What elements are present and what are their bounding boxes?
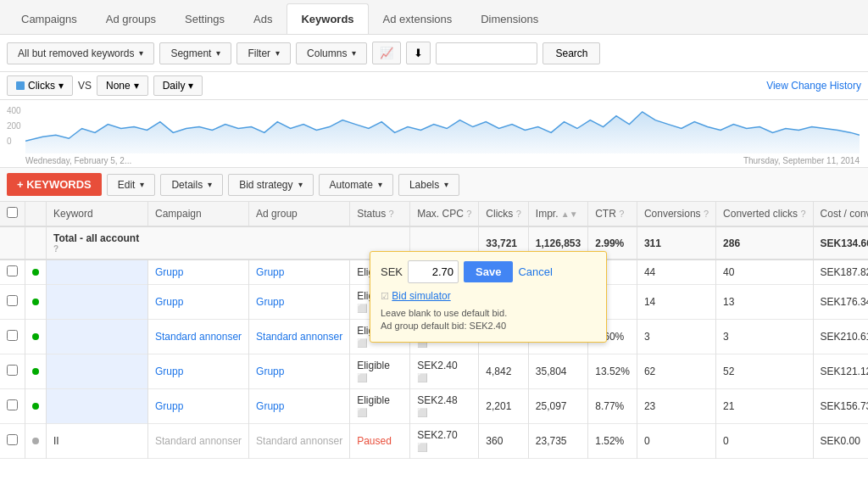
impr-sort-icon: ▲▼ [561, 209, 578, 219]
adgroup-link[interactable]: Grupp [256, 296, 284, 308]
bid-popup: SEK Save Cancel ☑ Bid simulator Leave bl… [370, 251, 607, 343]
row-checkbox[interactable] [7, 330, 18, 341]
campaign-link[interactable]: Standard annonser [155, 331, 242, 343]
clicks-chart-btn[interactable]: Clicks ▾ [7, 75, 73, 96]
ctr-cell: 1.52% [588, 424, 637, 459]
th-clicks: Clicks ? [479, 202, 528, 226]
status-sub-icon2: ⬜ [357, 304, 367, 313]
filter-label: Filter [248, 47, 270, 59]
keyword-cell [47, 285, 148, 320]
total-row-label: Total - all account [53, 232, 403, 244]
bid-note-blank: Leave blank to use default bid. [381, 308, 507, 318]
chart-date-end: Thursday, September 11, 2014 [743, 156, 860, 165]
adgroup-link[interactable]: Standard annonser [256, 331, 342, 343]
cost-conv-cell: SEK176.34 [813, 285, 868, 320]
th-impr[interactable]: Impr. ▲▼ [528, 202, 587, 226]
none-btn[interactable]: None ▾ [97, 75, 148, 96]
none-caret-icon: ▾ [134, 80, 139, 92]
cost-conv-cell: SEK187.82 [813, 260, 868, 285]
y-label-200: 200 [7, 119, 21, 134]
campaign-link[interactable]: Grupp [155, 366, 183, 377]
ctr-help-icon[interactable]: ? [619, 209, 624, 219]
conversions-help-icon[interactable]: ? [704, 209, 709, 219]
adgroup-link[interactable]: Grupp [256, 266, 284, 278]
segment-btn[interactable]: Segment [159, 42, 231, 64]
status-dot [32, 403, 39, 410]
y-label-0: 0 [7, 134, 21, 149]
toolbar: All but removed keywords Segment Filter … [0, 35, 868, 72]
conversions-cell: 3 [637, 320, 715, 354]
campaign-link[interactable]: Grupp [155, 400, 183, 412]
status-dot [32, 333, 39, 340]
tab-dimensions[interactable]: Dimensions [466, 3, 553, 34]
adgroup-link[interactable]: Grupp [256, 366, 284, 377]
download-icon-btn[interactable]: ⬇ [406, 42, 431, 64]
ctr-cell: 8.77% [588, 389, 637, 424]
row-checkbox[interactable] [7, 399, 18, 410]
bid-save-button[interactable]: Save [464, 261, 513, 282]
status-dot [32, 269, 39, 276]
bid-simulator-link[interactable]: Bid simulator [392, 290, 450, 302]
th-adgroup: Ad group [249, 202, 350, 226]
conversions-cell: 0 [637, 424, 715, 459]
row-checkbox[interactable] [7, 365, 18, 376]
total-converted-clicks: 286 [716, 226, 814, 260]
status-label: Eligible [357, 360, 390, 371]
bid-input[interactable] [408, 260, 459, 283]
campaign-link[interactable]: Grupp [155, 296, 183, 308]
campaign-text: Standard annonser [155, 435, 242, 447]
status-label: Eligible [357, 394, 390, 406]
search-button[interactable]: Search [542, 42, 600, 64]
adgroup-link[interactable]: Grupp [256, 400, 284, 412]
conversions-cell: 62 [637, 354, 715, 389]
tab-adextensions[interactable]: Ad extensions [369, 3, 467, 34]
ctr-cell: 13.52% [588, 354, 637, 389]
select-all-checkbox[interactable] [7, 207, 18, 218]
keyword-cell [47, 354, 148, 389]
tab-settings[interactable]: Settings [170, 3, 239, 34]
automate-btn[interactable]: Automate [319, 174, 393, 196]
status-sub-icon3: ⬜ [357, 338, 367, 348]
labels-btn[interactable]: Labels [398, 174, 459, 196]
chart-line-icon-btn[interactable]: 📈 [372, 42, 401, 64]
search-input[interactable] [436, 42, 537, 64]
maxcpc-cell: SEK2.70⬜ [410, 424, 479, 459]
converted-clicks-help-icon[interactable]: ? [800, 209, 805, 219]
cost-conv-cell: SEK210.61 [813, 320, 868, 354]
total-conversions: 311 [637, 226, 715, 260]
filter-btn[interactable]: Filter [236, 42, 291, 64]
total-row-help: ? [53, 244, 403, 254]
bid-cancel-button[interactable]: Cancel [518, 265, 552, 278]
tab-campaigns[interactable]: Campaigns [7, 3, 92, 34]
chart-area: 400 200 0 Wednesday, February 5, 2... Th… [0, 100, 868, 168]
row-checkbox[interactable] [7, 295, 18, 306]
clicks-help-icon[interactable]: ? [516, 209, 521, 219]
daily-caret-icon: ▾ [188, 80, 193, 92]
columns-btn[interactable]: Columns [296, 42, 367, 64]
campaign-link[interactable]: Grupp [155, 266, 183, 278]
all-keywords-btn[interactable]: All but removed keywords [7, 42, 154, 64]
row-checkbox[interactable] [7, 434, 18, 445]
add-keywords-button[interactable]: + KEYWORDS [7, 173, 102, 196]
tab-keywords[interactable]: Keywords [287, 3, 368, 34]
daily-btn[interactable]: Daily ▾ [153, 75, 203, 96]
row-checkbox[interactable] [7, 265, 18, 276]
table-container: Keyword Campaign Ad group Status ? Max. … [0, 202, 868, 480]
maxcpc-help-icon[interactable]: ? [466, 209, 471, 219]
th-cost-conv: Cost / conv. ? [813, 202, 868, 226]
tab-ads[interactable]: Ads [239, 3, 287, 34]
impr-cell: 23,735 [528, 424, 587, 459]
status-dot-paused [32, 438, 39, 444]
status-help-icon[interactable]: ? [389, 209, 394, 219]
edit-btn[interactable]: Edit [107, 174, 156, 196]
details-btn[interactable]: Details [160, 174, 223, 196]
y-label-400: 400 [7, 103, 21, 119]
view-change-history-link[interactable]: View Change History [766, 80, 861, 92]
segment-label: Segment [170, 47, 211, 59]
keyword-cell [47, 260, 148, 285]
tab-adgroups[interactable]: Ad groups [92, 3, 170, 34]
action-bar: + KEYWORDS Edit Details Bid strategy Aut… [0, 168, 868, 202]
bid-simulator-checkbox-icon: ☑ [381, 291, 389, 301]
converted-clicks-cell: 52 [716, 354, 814, 389]
bid-strategy-btn[interactable]: Bid strategy [228, 174, 313, 196]
